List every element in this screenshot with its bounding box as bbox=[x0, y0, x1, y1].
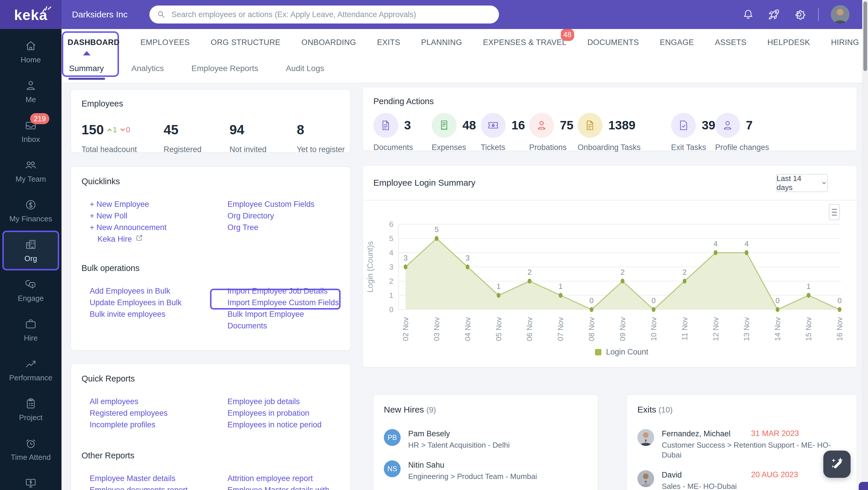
pending-tickets[interactable]: 16 Tickets bbox=[481, 113, 525, 152]
ticket-icon bbox=[481, 113, 506, 138]
pending-profile-changes[interactable]: 7 Profile changes bbox=[715, 113, 769, 152]
link-employee-master-details-with[interactable]: Employee Master details with bbox=[227, 484, 357, 490]
tab-assets[interactable]: ASSETS bbox=[715, 38, 746, 47]
link-org-tree[interactable]: Org Tree bbox=[227, 222, 357, 233]
tab-documents[interactable]: DOCUMENTS bbox=[587, 38, 639, 47]
pending-probations[interactable]: 75 Probations bbox=[529, 113, 574, 152]
link-new-poll[interactable]: + New Poll bbox=[90, 210, 219, 222]
sidebar-item-home[interactable]: Home bbox=[0, 32, 62, 72]
dollar-circle-icon bbox=[24, 198, 37, 212]
link-employee-documents-report[interactable]: Employee documents report bbox=[90, 484, 219, 490]
subtab-summary[interactable]: Summary bbox=[69, 64, 104, 73]
person-icon bbox=[715, 113, 740, 138]
svg-text:02 Nov: 02 Nov bbox=[401, 317, 410, 341]
settings-gear-icon[interactable] bbox=[793, 8, 806, 21]
link-import-employee-custom-fields[interactable]: Import Employee Custom Fields bbox=[227, 297, 344, 308]
pending-expenses[interactable]: 48 Expenses bbox=[432, 113, 476, 152]
link-bulk-import-employee-documents[interactable]: Bulk Import Employee Documents bbox=[227, 308, 344, 332]
link-employee-custom-fields[interactable]: Employee Custom Fields bbox=[227, 198, 357, 210]
tab-employees[interactable]: EMPLOYEES bbox=[141, 38, 190, 47]
notifications-bell-icon[interactable] bbox=[742, 8, 755, 21]
user-avatar[interactable] bbox=[831, 5, 849, 24]
scrollbar-thumb[interactable] bbox=[863, 1, 867, 71]
tab-engage[interactable]: ENGAGE bbox=[660, 38, 694, 47]
sidebar-item-inbox[interactable]: 219 Inbox bbox=[0, 112, 62, 151]
link-org-directory[interactable]: Org Directory bbox=[227, 210, 357, 222]
svg-text:03 Nov: 03 Nov bbox=[432, 317, 441, 341]
link-new-announcement[interactable]: + New Announcement bbox=[90, 222, 219, 233]
link-registered-employees[interactable]: Registered employees bbox=[90, 407, 219, 419]
person-icon bbox=[529, 113, 554, 138]
monitor-dollar-icon bbox=[24, 477, 37, 490]
sidebar-item-hire[interactable]: Hire bbox=[0, 310, 62, 350]
tab-expenses-travel[interactable]: EXPENSES & TRAVEL48 bbox=[483, 38, 566, 47]
svg-text:14 Nov: 14 Nov bbox=[773, 317, 782, 341]
pending-exit-tasks[interactable]: 39 Exit Tasks bbox=[671, 113, 715, 152]
link-incomplete-profiles[interactable]: Incomplete profiles bbox=[90, 419, 219, 431]
list-item[interactable]: Fernandez, Michael 31 MAR 2023 Customer … bbox=[638, 429, 846, 460]
svg-text:3: 3 bbox=[465, 253, 469, 262]
tab-planning[interactable]: PLANNING bbox=[421, 38, 462, 47]
subtab-analytics[interactable]: Analytics bbox=[131, 64, 164, 73]
sidebar-item-my-team[interactable]: My Team bbox=[0, 151, 62, 191]
subtab-audit-logs[interactable]: Audit Logs bbox=[286, 64, 324, 73]
magic-wand-icon bbox=[828, 455, 846, 473]
main-navbar: DASHBOARD EMPLOYEES ORG STRUCTURE ONBOAR… bbox=[62, 29, 868, 83]
svg-text:1: 1 bbox=[806, 282, 811, 291]
list-item[interactable]: NS Nitin Sahu Engineering > Product Team… bbox=[384, 460, 587, 481]
sidebar-item-project[interactable]: Project bbox=[0, 390, 62, 429]
link-update-employees-bulk[interactable]: Update Employees in Bulk bbox=[90, 297, 219, 308]
sidebar-item-org[interactable]: Org bbox=[2, 231, 59, 270]
link-bulk-invite-employees[interactable]: Bulk invite employees bbox=[90, 308, 219, 320]
sidebar-item-engage[interactable]: Engage bbox=[0, 270, 62, 310]
search-input[interactable] bbox=[171, 7, 499, 22]
link-employee-master-details[interactable]: Employee Master details bbox=[90, 472, 219, 484]
rocket-icon[interactable] bbox=[767, 8, 780, 21]
chart-context-menu-icon[interactable] bbox=[829, 204, 840, 220]
avatar: NS bbox=[384, 460, 401, 477]
list-item[interactable]: PB Pam Besely HR > Talent Acquisition - … bbox=[384, 429, 587, 450]
link-all-employees[interactable]: All employees bbox=[90, 396, 219, 407]
subtab-employee-reports[interactable]: Employee Reports bbox=[191, 64, 258, 73]
corner-widget[interactable] bbox=[859, 482, 868, 490]
link-attrition-employee-report[interactable]: Attrition employee report bbox=[227, 472, 357, 484]
link-employees-in-probation[interactable]: Employees in probation bbox=[227, 407, 357, 419]
link-employees-in-notice-period[interactable]: Employees in notice period bbox=[227, 419, 357, 431]
tab-dashboard[interactable]: DASHBOARD bbox=[68, 38, 120, 47]
tab-org-structure[interactable]: ORG STRUCTURE bbox=[211, 38, 281, 47]
pending-onboarding-tasks[interactable]: 1389 Onboarding Tasks bbox=[578, 113, 641, 152]
link-keka-hire[interactable]: Keka Hire bbox=[90, 233, 219, 245]
document-icon bbox=[373, 113, 398, 138]
date-range-select[interactable]: Last 14 days bbox=[776, 174, 828, 192]
exit-date: 31 MAR 2023 bbox=[751, 429, 799, 438]
tab-exits[interactable]: EXITS bbox=[377, 38, 400, 47]
keka-logo[interactable]: keka bbox=[0, 0, 62, 29]
link-add-employees-bulk[interactable]: Add Employees in Bulk bbox=[90, 285, 219, 297]
link-employee-job-details[interactable]: Employee job details bbox=[227, 396, 357, 407]
list-item[interactable]: David 20 AUG 2023 Sales - ME- HO-Dubai bbox=[638, 470, 846, 490]
tab-helpdesk[interactable]: HELPDESK bbox=[767, 38, 810, 47]
tab-onboarding[interactable]: ONBOARDING bbox=[302, 38, 356, 47]
magic-wand-fab[interactable] bbox=[823, 451, 850, 478]
svg-text:4: 4 bbox=[389, 248, 393, 257]
sidebar-item-my-finances[interactable]: My Finances bbox=[0, 191, 62, 231]
global-search[interactable] bbox=[149, 5, 499, 24]
pending-documents[interactable]: 3 Documents bbox=[373, 113, 413, 152]
login-chart: 0123456Login (Count)s302 Nov503 Nov304 N… bbox=[363, 201, 857, 367]
tab-hiring[interactable]: HIRING bbox=[831, 38, 859, 47]
sidebar-item-performance[interactable]: Performance bbox=[0, 350, 62, 390]
chevron-down-icon bbox=[821, 180, 827, 186]
sidebar-item-payroll[interactable]: Payroll bbox=[0, 469, 62, 490]
quicklinks-col2: Employee Custom Fields Org Directory Org… bbox=[219, 198, 357, 245]
link-new-employee[interactable]: + New Employee bbox=[90, 198, 219, 210]
link-import-employee-job-details[interactable]: Import Employee Job Details bbox=[227, 285, 344, 297]
svg-text:0: 0 bbox=[775, 296, 779, 305]
sidebar-item-time-attend[interactable]: Time Attend bbox=[0, 429, 62, 469]
exits-title: Exits (10) bbox=[638, 405, 846, 415]
document-check-icon bbox=[671, 113, 696, 138]
people-icon bbox=[24, 158, 37, 172]
scrollbar-track[interactable] bbox=[862, 0, 868, 490]
svg-text:06 Nov: 06 Nov bbox=[525, 317, 534, 341]
sidebar-item-me[interactable]: Me bbox=[0, 72, 62, 112]
search-icon bbox=[156, 9, 166, 20]
